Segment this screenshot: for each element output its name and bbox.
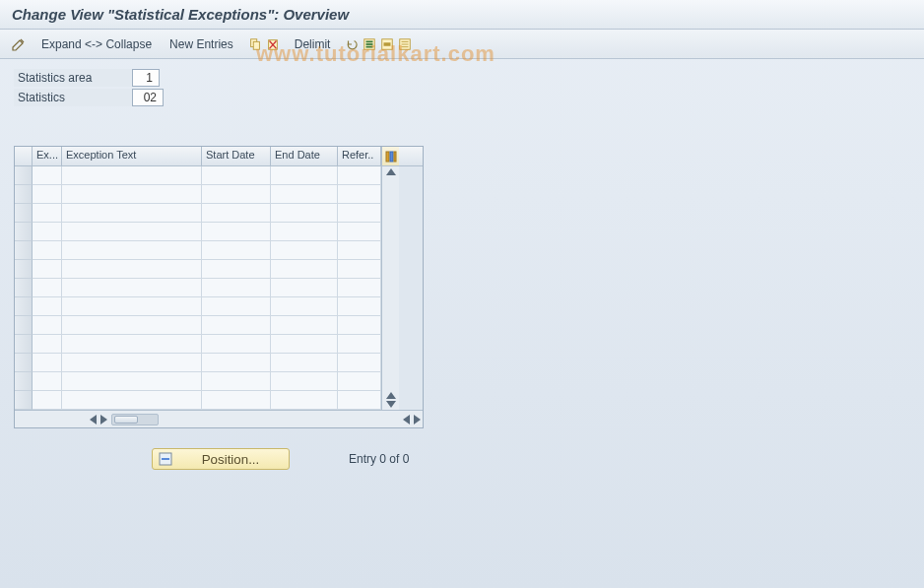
cell-ex[interactable] bbox=[33, 166, 62, 185]
table-row[interactable] bbox=[15, 279, 381, 297]
cell-end[interactable] bbox=[271, 241, 338, 260]
scroll-left-end-icon[interactable] bbox=[403, 415, 410, 425]
row-selector[interactable] bbox=[15, 297, 33, 316]
delimit-button[interactable]: Delimit bbox=[291, 35, 335, 53]
row-selector[interactable] bbox=[15, 223, 33, 241]
cell-start[interactable] bbox=[202, 354, 271, 372]
cell-ex[interactable] bbox=[33, 335, 62, 354]
stats-area-input[interactable] bbox=[132, 69, 160, 87]
cell-start[interactable] bbox=[202, 316, 271, 335]
row-selector[interactable] bbox=[15, 335, 33, 354]
cell-end[interactable] bbox=[271, 354, 338, 372]
cell-start[interactable] bbox=[202, 391, 271, 410]
select-all-icon[interactable] bbox=[362, 36, 377, 52]
table-row[interactable] bbox=[15, 260, 381, 279]
table-row[interactable] bbox=[15, 204, 381, 223]
scroll-up2-icon[interactable] bbox=[386, 392, 396, 399]
cell-start[interactable] bbox=[202, 260, 271, 279]
table-row[interactable] bbox=[15, 223, 381, 241]
table-row[interactable] bbox=[15, 391, 381, 410]
undo-icon[interactable] bbox=[344, 36, 360, 52]
cell-end[interactable] bbox=[271, 204, 338, 223]
cell-ex[interactable] bbox=[33, 316, 62, 335]
cell-ex[interactable] bbox=[33, 241, 62, 260]
cell-start[interactable] bbox=[202, 166, 271, 185]
cell-start[interactable] bbox=[202, 372, 271, 391]
cell-ref[interactable] bbox=[338, 279, 381, 297]
row-selector[interactable] bbox=[15, 279, 33, 297]
cell-text[interactable] bbox=[62, 185, 202, 204]
cell-ex[interactable] bbox=[33, 297, 62, 316]
hscroll-thumb[interactable] bbox=[114, 416, 138, 424]
row-selector[interactable] bbox=[15, 316, 33, 335]
configure-columns-icon[interactable] bbox=[381, 147, 399, 165]
cell-text[interactable] bbox=[62, 260, 202, 279]
cell-start[interactable] bbox=[202, 279, 271, 297]
cell-end[interactable] bbox=[271, 166, 338, 185]
row-selector[interactable] bbox=[15, 391, 33, 410]
delete-icon[interactable] bbox=[265, 36, 281, 52]
cell-start[interactable] bbox=[202, 185, 271, 204]
cell-end[interactable] bbox=[271, 297, 338, 316]
col-header-ex[interactable]: Ex... bbox=[33, 147, 62, 165]
cell-end[interactable] bbox=[271, 279, 338, 297]
cell-start[interactable] bbox=[202, 335, 271, 354]
cell-ex[interactable] bbox=[33, 260, 62, 279]
cell-ex[interactable] bbox=[33, 372, 62, 391]
cell-start[interactable] bbox=[202, 241, 271, 260]
position-button[interactable]: Position... bbox=[152, 448, 290, 470]
cell-ex[interactable] bbox=[33, 354, 62, 372]
cell-ref[interactable] bbox=[338, 204, 381, 223]
table-row[interactable] bbox=[15, 335, 381, 354]
cell-text[interactable] bbox=[62, 316, 202, 335]
cell-text[interactable] bbox=[62, 223, 202, 241]
col-header-ref[interactable]: Refer.. bbox=[338, 147, 381, 165]
statistics-input[interactable] bbox=[132, 89, 164, 106]
cell-text[interactable] bbox=[62, 297, 202, 316]
cell-ref[interactable] bbox=[338, 316, 381, 335]
cell-ref[interactable] bbox=[338, 166, 381, 185]
row-selector[interactable] bbox=[15, 166, 33, 185]
cell-ex[interactable] bbox=[33, 204, 62, 223]
cell-ref[interactable] bbox=[338, 354, 381, 372]
cell-end[interactable] bbox=[271, 391, 338, 410]
cell-end[interactable] bbox=[271, 185, 338, 204]
col-header-end[interactable]: End Date bbox=[271, 147, 338, 165]
table-row[interactable] bbox=[15, 372, 381, 391]
cell-text[interactable] bbox=[62, 335, 202, 354]
table-row[interactable] bbox=[15, 297, 381, 316]
row-selector[interactable] bbox=[15, 241, 33, 260]
scroll-right-icon[interactable] bbox=[100, 415, 107, 425]
table-row[interactable] bbox=[15, 316, 381, 335]
deselect-all-icon[interactable] bbox=[397, 36, 413, 52]
cell-ref[interactable] bbox=[338, 260, 381, 279]
cell-text[interactable] bbox=[62, 354, 202, 372]
cell-end[interactable] bbox=[271, 335, 338, 354]
row-selector[interactable] bbox=[15, 372, 33, 391]
cell-ex[interactable] bbox=[33, 223, 62, 241]
cell-ref[interactable] bbox=[338, 241, 381, 260]
table-row[interactable] bbox=[15, 354, 381, 372]
cell-ex[interactable] bbox=[33, 279, 62, 297]
scroll-right-end-icon[interactable] bbox=[414, 415, 421, 425]
new-entries-button[interactable]: New Entries bbox=[165, 35, 237, 53]
cell-start[interactable] bbox=[202, 297, 271, 316]
table-row[interactable] bbox=[15, 241, 381, 260]
scroll-up-icon[interactable] bbox=[386, 168, 396, 175]
cell-ex[interactable] bbox=[33, 391, 62, 410]
cell-text[interactable] bbox=[62, 241, 202, 260]
cell-text[interactable] bbox=[62, 279, 202, 297]
expand-collapse-button[interactable]: Expand <-> Collapse bbox=[37, 35, 156, 53]
cell-start[interactable] bbox=[202, 204, 271, 223]
cell-ref[interactable] bbox=[338, 335, 381, 354]
cell-text[interactable] bbox=[62, 372, 202, 391]
cell-start[interactable] bbox=[202, 223, 271, 241]
table-row[interactable] bbox=[15, 185, 381, 204]
row-selector[interactable] bbox=[15, 260, 33, 279]
scroll-left-icon[interactable] bbox=[90, 415, 97, 425]
cell-end[interactable] bbox=[271, 372, 338, 391]
scroll-down-icon[interactable] bbox=[386, 401, 396, 408]
table-row[interactable] bbox=[15, 166, 381, 185]
cell-text[interactable] bbox=[62, 391, 202, 410]
cell-text[interactable] bbox=[62, 204, 202, 223]
